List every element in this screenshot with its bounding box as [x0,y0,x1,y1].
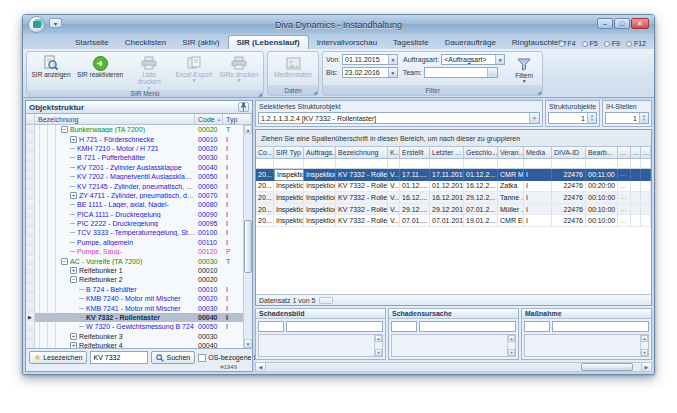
code-input[interactable] [258,321,284,332]
tree-row[interactable]: +Reifebunker 400040 [26,341,243,348]
sir-reaktivieren-button[interactable]: SIR reaktivieren [74,53,126,90]
table-row[interactable]: 20...InspektionInspektionKV 7332 - Rolle… [256,215,651,227]
tree-row[interactable]: B 721 - Pufferbehälter00030I [26,153,243,162]
list-scroll-buttons[interactable]: ▲▼ [507,335,515,356]
search-input[interactable] [90,351,148,364]
column-code[interactable]: Code▲ [195,114,223,124]
filter-cell[interactable] [304,159,336,168]
text-input[interactable] [552,321,649,332]
grid-column-header-media[interactable]: Media [524,147,552,159]
filter-cell[interactable] [641,159,651,168]
tab-intervallvorschau[interactable]: Intervallvorschau [309,36,385,49]
filter-cell[interactable] [552,159,586,168]
chevron-down-icon[interactable]: ▼ [495,55,504,64]
fkey-toggle-f4[interactable]: F4 [559,40,575,47]
tree-node[interactable]: BE 1111 - Lager, axial, Nadel- [35,200,195,209]
table-cell[interactable]: … [618,215,631,227]
tab-sir-lebenslauf[interactable]: SIR (Lebenslauf) [228,35,309,49]
grid-column-header-sir-typ[interactable]: SIR Typ [274,147,304,159]
scrollbar-thumb[interactable] [581,363,633,371]
scrollbar-thumb[interactable] [244,220,252,273]
collapse-icon[interactable]: − [61,126,68,133]
list-box[interactable]: ▲▼ [524,334,649,357]
tree-node[interactable]: +H 721 - Förderschnecke [35,134,195,143]
scroll-right-icon[interactable]: ▶ [641,363,651,371]
tree-node[interactable]: KMB 7241 - Motor mit Mischer [35,303,195,312]
ih-stellen-spinner[interactable]: 1 ▲▼ [605,112,649,124]
tree-node[interactable]: TCV 3333 - Temperaturregelung, Stel... [35,228,195,237]
status-navigator[interactable] [319,297,333,304]
tree-row[interactable]: TCV 3333 - Temperaturregelung, Stel...00… [26,228,243,237]
code-input[interactable] [391,321,417,332]
grid-column-header-veran[interactable]: Veran... [498,147,524,159]
tree-node[interactable]: B 724 - Behälter [35,285,195,294]
tree-node[interactable]: −AC - Vorreife (TA 7200) [35,256,195,265]
sir-anzeigen-button[interactable]: SIR anzeigen [29,53,73,90]
filter-cell[interactable] [586,159,618,168]
tree-row[interactable]: KMB 7241 - Motor mit Mischer00030I [26,303,243,312]
ellipsis-button[interactable]: … [620,218,626,224]
fkey-toggle-f12[interactable]: F12 [626,40,646,47]
table-row[interactable]: 20...InspektionInspektionKV 7332 - Rolle… [256,192,651,204]
table-row[interactable]: 20...InspektionInspektionKV 7332 - Rolle… [256,169,651,181]
grid-column-header-letzter[interactable]: Letzter ...▲ [430,147,464,159]
tree-node[interactable]: +ZY 4711 - Zylinder, pneumatisch, dop... [35,191,195,200]
tree-node[interactable]: B 721 - Pufferbehälter [35,153,195,162]
tree-node[interactable]: −Reifebunker 2 [35,275,195,284]
tree-row[interactable]: BE 1111 - Lager, axial, Nadel-00080I [26,200,243,209]
horizontal-scrollbar[interactable]: ◀ ▶ [255,362,652,372]
chevron-down-icon[interactable]: ▼ [529,113,539,123]
group-by-hint[interactable]: Ziehen Sie eine Spaltenüberschrift in di… [256,130,651,147]
scroll-down-icon[interactable]: ▼ [641,349,648,356]
tree-row[interactable]: Pumpe, Saug-00120P [26,247,243,256]
scroll-up-icon[interactable]: ▲ [508,335,515,342]
tree-node[interactable]: KV 7202 - Magnetventil Auslassklappe [35,172,195,181]
tab-tagesliste[interactable]: Tagesliste [385,36,437,49]
grid-column-header-co[interactable]: Co... [256,147,274,159]
tree-row[interactable]: PICA 1111 - Druckregelung00090I [26,210,243,219]
grid-column-header-diva-id[interactable]: DIVA-ID [552,147,586,159]
ellipsis-button[interactable]: … [620,194,626,200]
auftragsart-combo[interactable]: <Auftragsart> ▼ [441,54,505,65]
dialog-launcher-icon[interactable]: ◢ [258,91,262,97]
tree-row[interactable]: PIC 2222 - Druckregelung00095I [26,219,243,228]
tree-row[interactable]: +ZY 4711 - Zylinder, pneumatisch, dop...… [26,191,243,200]
tab-sir-aktiv[interactable]: SIR (aktiv) [174,36,227,49]
tree-node[interactable]: Pumpe, allgemein [35,238,195,247]
tree-row[interactable]: KV 72145 - Zylinder, pneumatisch, do...0… [26,181,243,190]
team-field[interactable]: … [424,67,498,78]
tree-row[interactable]: B 724 - Behälter00010I [26,285,243,294]
text-input[interactable] [286,321,383,332]
expand-icon[interactable]: + [70,192,77,199]
von-date-field[interactable]: 01.11.2015 ▼ [342,54,398,65]
bis-date-field[interactable]: 23.02.2016 ▼ [342,67,398,78]
chevron-down-icon[interactable]: ▼ [388,55,397,64]
grid-column-header-erstellt[interactable]: Erstellt [400,147,430,159]
tree-node[interactable]: KMH 7210 - Motor / H 721 [35,144,195,153]
tree-node[interactable]: KV 7201 - Zylinder Auslassklappe [35,163,195,172]
mediendaten-button[interactable]: Mediendaten [270,53,316,85]
minimize-button[interactable]: – [597,18,613,29]
filter-cell[interactable] [400,159,430,168]
table-cell[interactable]: … [618,169,631,181]
tree-node[interactable]: PICA 1111 - Druckregelung [35,210,195,219]
filter-cell[interactable] [274,159,304,168]
scroll-left-icon[interactable]: ◀ [256,363,266,371]
suchen-button[interactable]: Suchen [151,351,195,364]
filter-cell[interactable] [464,159,498,168]
expand-icon[interactable]: + [70,333,77,340]
ellipsis-button[interactable]: … [487,68,497,77]
fkey-toggle-f9[interactable]: F9 [604,40,620,47]
grid-column-header-bearb[interactable]: Bearb... [586,147,618,159]
tree-vertical-scrollbar[interactable]: ▲ ▼ [243,125,252,348]
dialog-launcher-icon[interactable]: ◢ [313,89,317,95]
tree-row[interactable]: KMB 7240 - Motor mit Mischer00020I [26,294,243,303]
expand-icon[interactable]: + [70,136,77,143]
filter-cell[interactable] [336,159,388,168]
tree-node[interactable]: KV 72145 - Zylinder, pneumatisch, do... [35,181,195,190]
column-bezeichnung[interactable]: Bezeichnung [35,114,195,124]
fkey-toggle-f5[interactable]: F5 [582,40,598,47]
list-scroll-buttons[interactable]: ▲▼ [374,335,382,356]
grid-column-header-k[interactable]: K... [388,147,400,159]
close-button[interactable]: ✕ [631,18,649,29]
